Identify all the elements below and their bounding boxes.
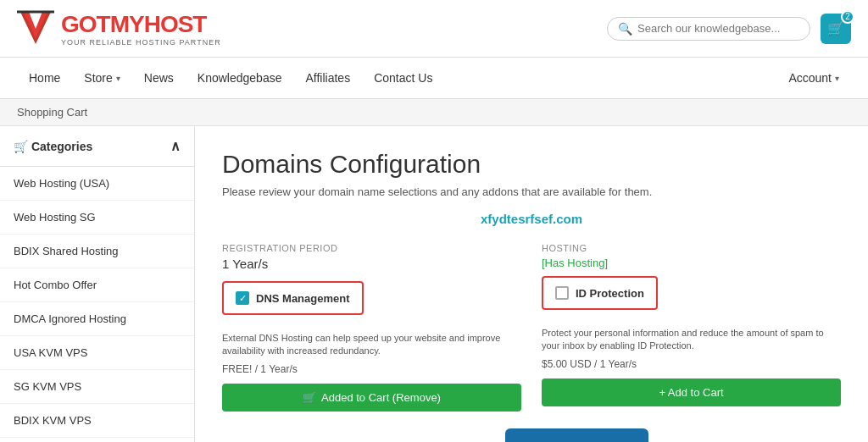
dns-section: Registration Period 1 Year/s ✓ DNS Manag… (222, 243, 521, 412)
logo-text: GOTMYHOST YOUR RELIABLE HOSTING PARTNER (61, 11, 221, 47)
search-icon: 🔍 (618, 22, 632, 36)
content-area: Domains Configuration Please review your… (195, 126, 868, 442)
id-addon-card[interactable]: ID Protection (542, 276, 658, 310)
config-grid: Registration Period 1 Year/s ✓ DNS Manag… (222, 243, 841, 412)
id-addon-price: $5.00 USD / 1 Year/s (542, 358, 841, 370)
sidebar-item-sg-kvm[interactable]: SG KVM VPS (0, 370, 194, 404)
logo-title-left: GOTMY (61, 11, 144, 37)
nav-affiliates[interactable]: Affiliates (293, 58, 362, 98)
sidebar: 🛒 Categories ∧ Web Hosting (USA) Web Hos… (0, 126, 195, 442)
header-right: 🔍 🛒 2 (607, 14, 851, 44)
nav-news[interactable]: News (132, 58, 186, 98)
dns-checkbox[interactable]: ✓ (236, 291, 249, 305)
navbar: Home Store ▾ News Knowledgebase Affiliat… (0, 58, 868, 99)
dns-addon-label: DNS Management (256, 292, 350, 305)
logo-icon (17, 8, 54, 48)
sidebar-title: 🛒 Categories (14, 140, 92, 153)
continue-button[interactable]: Continue ➤ (505, 428, 648, 442)
sidebar-item-hot-combo[interactable]: Hot Combo Offer (0, 268, 194, 302)
cart-button[interactable]: 🛒 2 (821, 14, 851, 44)
registration-value: 1 Year/s (222, 257, 521, 271)
site-header: GOTMYHOST YOUR RELIABLE HOSTING PARTNER … (0, 0, 868, 58)
sidebar-header: 🛒 Categories ∧ (0, 126, 194, 167)
dns-addon-price: FREE! / 1 Year/s (222, 363, 521, 375)
svg-marker-0 (20, 12, 51, 44)
sidebar-toggle-icon[interactable]: ∧ (170, 138, 181, 154)
sidebar-item-usa-kvm[interactable]: USA KVM VPS (0, 336, 194, 370)
page-title: Domains Configuration (222, 150, 841, 179)
continue-area: Continue ➤ (222, 428, 841, 442)
dns-addon-desc: External DNS Hosting can help speed up y… (222, 332, 521, 358)
domain-name: xfydtesrfsef.com (222, 212, 841, 226)
id-section: Hosting [Has Hosting] ID Protection Prot… (542, 243, 841, 412)
id-addon-label: ID Protection (576, 287, 644, 300)
page-subtitle: Please review your domain name selection… (222, 185, 841, 198)
arrow-indicator (415, 435, 492, 442)
logo-title: GOTMYHOST (61, 11, 221, 38)
sidebar-item-dmca[interactable]: DMCA Ignored Hosting (0, 302, 194, 336)
account-arrow-icon: ▾ (835, 74, 839, 83)
logo[interactable]: GOTMYHOST YOUR RELIABLE HOSTING PARTNER (17, 8, 221, 48)
sidebar-item-germany-kvm[interactable]: Germany Kvm Vps (0, 438, 194, 442)
id-checkbox[interactable] (555, 286, 569, 300)
sidebar-item-bdix-shared[interactable]: BDIX Shared Hosting (0, 235, 194, 268)
breadcrumb: Shopping Cart (0, 99, 868, 126)
id-addon-desc: Protect your personal information and re… (542, 327, 841, 353)
id-addon-button[interactable]: + Add to Cart (542, 378, 841, 406)
nav-knowledgebase[interactable]: Knowledgebase (186, 58, 294, 98)
main-layout: 🛒 Categories ∧ Web Hosting (USA) Web Hos… (0, 126, 868, 442)
logo-subtitle: YOUR RELIABLE HOSTING PARTNER (61, 38, 221, 47)
nav-links: Home Store ▾ News Knowledgebase Affiliat… (17, 58, 444, 98)
hosting-label: Hosting (542, 243, 841, 253)
nav-home[interactable]: Home (17, 58, 72, 98)
dns-addon-card[interactable]: ✓ DNS Management (222, 281, 364, 315)
arrow-svg (415, 435, 492, 442)
search-box[interactable]: 🔍 (607, 17, 810, 41)
store-arrow-icon: ▾ (116, 74, 120, 83)
sidebar-item-web-hosting-usa[interactable]: Web Hosting (USA) (0, 167, 194, 201)
nav-account[interactable]: Account ▾ (776, 58, 851, 98)
cart-count: 2 (841, 10, 854, 24)
dns-addon-button[interactable]: 🛒 Added to Cart (Remove) (222, 384, 521, 412)
sidebar-item-bdix-kvm[interactable]: BDIX KVM VPS (0, 404, 194, 438)
nav-store[interactable]: Store ▾ (72, 58, 131, 98)
nav-contact[interactable]: Contact Us (362, 58, 444, 98)
sidebar-item-web-hosting-sg[interactable]: Web Hosting SG (0, 201, 194, 235)
search-input[interactable] (637, 22, 799, 35)
logo-title-right: HOST (144, 11, 207, 37)
registration-label: Registration Period (222, 243, 521, 253)
hosting-status: [Has Hosting] (542, 257, 841, 269)
